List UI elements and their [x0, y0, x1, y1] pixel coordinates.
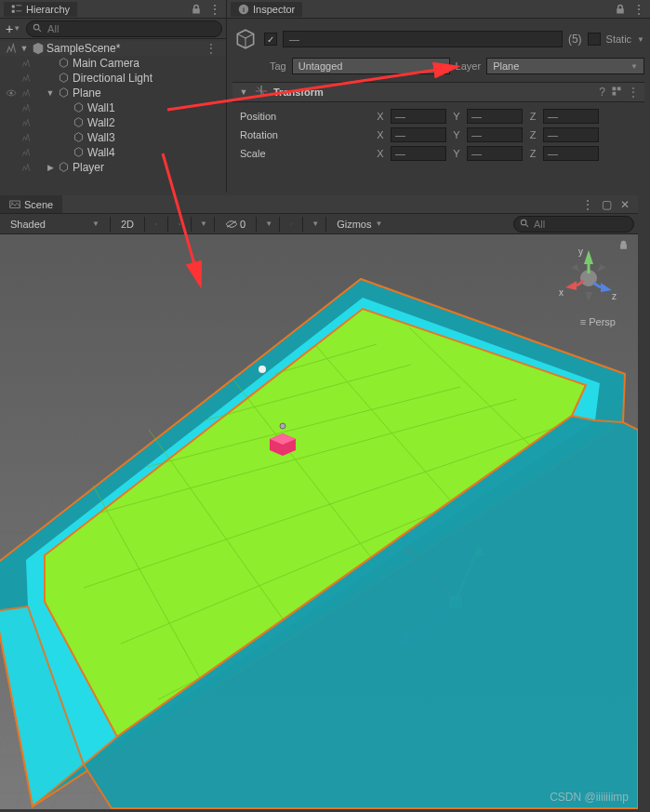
svg-text:i: i [243, 6, 245, 14]
tree-item-label: Wall1 [87, 101, 222, 114]
foldout-icon[interactable]: ▼ [19, 44, 30, 53]
hierarchy-tab[interactable]: Hierarchy [4, 2, 77, 17]
scene-search-input[interactable] [534, 219, 650, 230]
gizmos-label: Gizmos [337, 219, 371, 230]
tree-item-wall3[interactable]: Wall3 [0, 130, 226, 145]
gizmo-lock-icon[interactable] [618, 240, 629, 252]
tree-item-main-camera[interactable]: Main Camera [0, 56, 226, 71]
scene-tab-bar: Scene ⋮ ▢ ✕ [0, 195, 638, 214]
svg-marker-68 [565, 281, 577, 290]
svg-rect-3 [16, 10, 21, 11]
inspector-title: Inspector [253, 4, 295, 15]
svg-point-4 [33, 24, 39, 30]
maximize-icon[interactable]: ✕ [617, 197, 632, 212]
static-dropdown-icon[interactable]: ▼ [637, 35, 644, 44]
visibility-icon[interactable] [4, 43, 19, 54]
pickable-icon[interactable] [19, 88, 33, 98]
scene-row[interactable]: ▼ SampleScene* ⋮ [0, 41, 226, 56]
inspector-tab[interactable]: i Inspector [231, 2, 302, 17]
name-input[interactable] [283, 31, 563, 47]
position-z-input[interactable] [543, 109, 599, 124]
svg-point-30 [156, 223, 157, 224]
scene-viewport[interactable]: y x z ≡ Persp CSDN @iiiiiiimp [0, 234, 638, 809]
menu-icon[interactable]: ⋮ [207, 2, 222, 17]
lighting-toggle[interactable] [149, 216, 164, 233]
gameobject-icon [58, 57, 71, 70]
effects-dropdown[interactable]: ▼ [195, 216, 210, 233]
pickable-icon[interactable] [19, 148, 33, 157]
rotation-y-input[interactable] [467, 127, 523, 142]
lock-icon[interactable] [189, 2, 204, 17]
menu-icon[interactable]: ⋮ [631, 2, 646, 17]
z-label: Z [526, 111, 539, 122]
gameobject-icon [58, 72, 71, 85]
visibility-icon[interactable] [4, 88, 19, 98]
perspective-label[interactable]: ≡ Persp [580, 316, 616, 327]
hierarchy-search[interactable] [26, 20, 222, 37]
transform-header[interactable]: ▼ Transform ? ⋮ [232, 82, 644, 102]
svg-point-55 [280, 423, 285, 429]
camera-dropdown[interactable]: ▼ [307, 216, 322, 233]
gameobject-icon[interactable] [232, 26, 259, 52]
hierarchy-header: Hierarchy ⋮ [0, 0, 226, 19]
rotation-label: Rotation [240, 129, 370, 140]
tree-item-wall2[interactable]: Wall2 [0, 115, 226, 130]
pickable-icon[interactable] [19, 163, 33, 172]
mode-2d-toggle[interactable]: 2D [114, 216, 140, 233]
inspector-panel: i Inspector ⋮ ✓ (5) Static ▼ [227, 0, 650, 193]
gizmos-dropdown[interactable]: Gizmos ▼ [330, 216, 389, 233]
scale-z-input[interactable] [543, 146, 599, 161]
tree-item-label: Wall3 [87, 131, 222, 144]
svg-marker-7 [60, 59, 67, 68]
pickable-icon[interactable] [19, 59, 33, 68]
hidden-objects[interactable]: 0 [219, 216, 252, 233]
audio-toggle[interactable] [172, 216, 187, 233]
scene-toolbar: Shaded ▼ 2D ▼ 0 ▼ ▼ Gizmos ▼ [0, 214, 638, 234]
info-icon: i [238, 4, 249, 15]
collapse-icon[interactable]: ▢ [599, 197, 614, 212]
tree-item-player[interactable]: ▶ Player [0, 160, 226, 175]
menu-icon[interactable]: ⋮ [580, 197, 595, 212]
scene-tab[interactable]: Scene [0, 195, 62, 213]
tools-dropdown[interactable] [284, 216, 298, 233]
rotation-z-input[interactable] [543, 127, 599, 142]
y-label: Y [450, 111, 463, 122]
static-checkbox[interactable] [588, 33, 601, 46]
tree-item-wall1[interactable]: Wall1 [0, 100, 226, 115]
watermark: CSDN @iiiiiiimp [550, 791, 629, 804]
foldout-icon[interactable]: ▼ [238, 87, 249, 97]
rotation-row: Rotation X Y Z [240, 126, 637, 143]
pickable-icon[interactable] [19, 103, 33, 113]
position-y-input[interactable] [467, 109, 523, 124]
foldout-icon[interactable]: ▶ [45, 163, 56, 172]
scale-y-input[interactable] [467, 146, 523, 161]
lock-icon[interactable] [613, 2, 628, 17]
active-checkbox[interactable]: ✓ [264, 33, 277, 46]
foldout-icon[interactable]: ▼ [45, 88, 56, 98]
pickable-icon[interactable] [19, 133, 33, 142]
y-axis-label: y [578, 246, 583, 257]
shading-dropdown[interactable]: Shaded ▼ [4, 216, 106, 233]
grid-dropdown[interactable]: ▼ [260, 216, 275, 233]
tree-item-wall4[interactable]: Wall4 [0, 145, 226, 160]
svg-line-20 [245, 34, 254, 38]
help-icon[interactable]: ? [599, 86, 605, 100]
hierarchy-search-input[interactable] [47, 23, 216, 34]
position-x-input[interactable] [391, 109, 446, 124]
svg-rect-2 [12, 9, 15, 12]
create-dropdown[interactable]: + ▼ [4, 21, 22, 36]
pickable-icon[interactable] [19, 73, 33, 83]
tree-item-directional-light[interactable]: Directional Light [0, 71, 226, 86]
menu-icon[interactable]: ⋮ [628, 86, 639, 100]
orientation-gizmo[interactable]: y x z [556, 246, 621, 311]
gameobject-icon [73, 116, 86, 129]
tree-item-plane[interactable]: ▼ Plane [0, 86, 226, 100]
pickable-icon[interactable] [19, 118, 33, 127]
layer-dropdown[interactable]: Plane ▼ [486, 58, 644, 74]
rotation-x-input[interactable] [391, 127, 446, 142]
preset-icon[interactable] [611, 86, 622, 100]
scene-search[interactable] [513, 216, 634, 233]
scale-x-input[interactable] [391, 146, 446, 161]
scene-menu-icon[interactable]: ⋮ [200, 42, 222, 55]
tag-dropdown[interactable]: Untagged ▼ [292, 58, 450, 74]
